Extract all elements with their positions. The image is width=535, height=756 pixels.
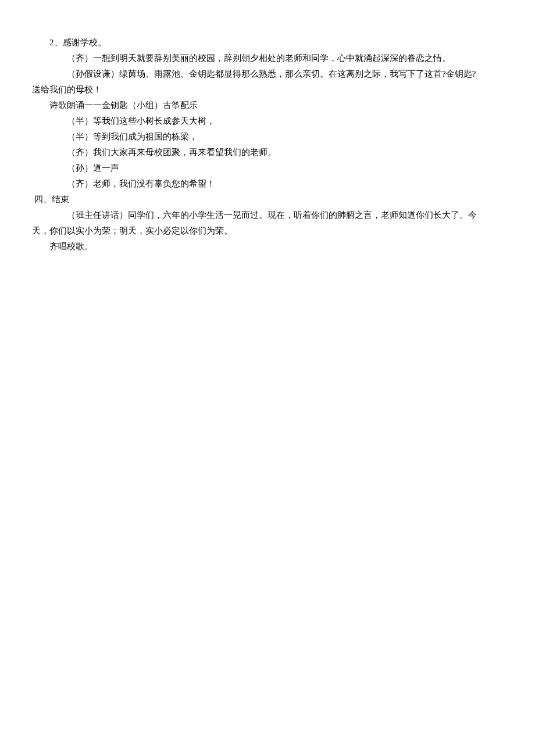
sun-line-1-part2: 送给我们的母校！ (32, 82, 503, 98)
chorus-line-qi-1: （齐）一想到明天就要辞别美丽的校园，辞别朝夕相处的老师和同学，心中就涌起深深的眷… (32, 51, 503, 66)
chorus-line-qi-3: （齐）老师，我们没有辜负您的希望！ (32, 176, 503, 192)
half-line-2: （半）等到我们成为祖国的栋梁， (32, 129, 503, 145)
teacher-speech-part1: （班主任讲话）同学们，六年的小学生活一晃而过。现在，听着你们的肺腑之言，老师知道… (32, 207, 503, 223)
sun-line-2: （孙）道一声 (32, 160, 503, 176)
half-line-1: （半）等我们这些小树长成参天大树， (32, 113, 503, 129)
sing-school-song: 齐唱校歌。 (32, 239, 503, 255)
chorus-line-qi-2: （齐）我们大家再来母校团聚，再来看望我们的老师。 (32, 145, 503, 160)
sun-line-1-part1: （孙假设谦）绿茵场、雨露池、金钥匙都显得那么熟悉，那么亲切。在这离别之际，我写下… (32, 66, 503, 82)
section-2-title: 2、感谢学校。 (32, 35, 503, 51)
section-4-title: 四、结束 (32, 192, 503, 207)
teacher-speech-part2: 天，你们以实小为荣；明天，实小必定以你们为荣。 (32, 223, 503, 239)
poem-recital-label: 诗歌朗诵一一金钥匙（小组）古筝配乐 (32, 98, 503, 113)
